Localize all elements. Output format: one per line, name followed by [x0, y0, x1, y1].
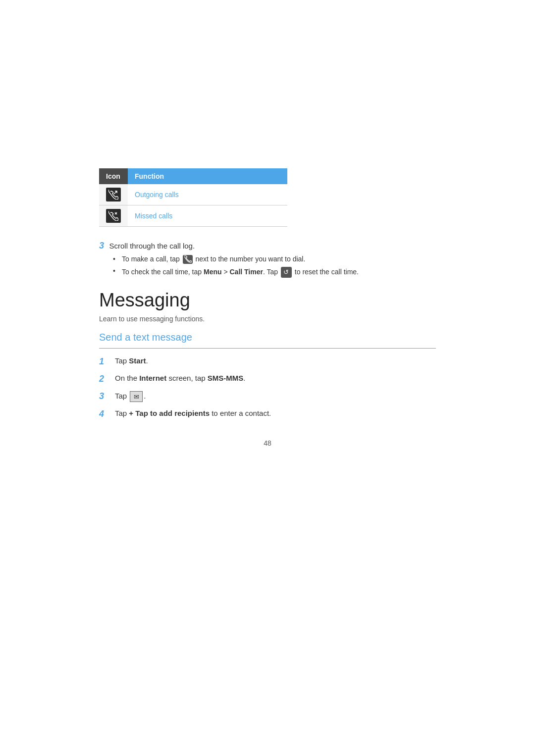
bullet-2-text-after: to reset the call time.: [295, 268, 359, 276]
table-row: Missed calls: [99, 205, 287, 227]
table-row: Outgoing calls: [99, 184, 287, 205]
outgoing-call-icon: [106, 188, 121, 202]
tap-add-recipients-bold: + Tap to add recipients: [129, 409, 210, 417]
msg-step-1-number: 1: [99, 356, 111, 367]
bullet-2-separator: >: [222, 268, 230, 276]
missed-calls-label: Missed calls: [128, 205, 287, 227]
messaging-heading: Messaging: [99, 290, 436, 311]
bullet-item-1: To make a call, tap next to the number y…: [113, 255, 436, 264]
bullet-1-text-before: To make a call, tap: [122, 255, 182, 263]
call-log-table: Icon Function Outgo: [99, 168, 287, 227]
msg-step-2-number: 2: [99, 374, 111, 384]
msg-step-3-number: 3: [99, 391, 111, 402]
reset-icon: ↺: [281, 267, 292, 278]
msg-step-2: 2 On the Internet screen, tap SMS-MMS.: [99, 374, 436, 384]
outgoing-icon-cell: [99, 184, 128, 205]
msg-step-3-text: Tap ✉.: [115, 391, 146, 402]
bullet-1-text-after: next to the number you want to dial.: [196, 255, 306, 263]
start-bold: Start: [129, 356, 146, 365]
bullet-2-tap: . Tap: [263, 268, 280, 276]
msg-step-1: 1 Tap Start.: [99, 356, 436, 367]
call-timer-bold: Call Timer: [230, 268, 263, 276]
phone-call-icon: [183, 255, 193, 264]
msg-step-4-number: 4: [99, 409, 111, 419]
section-divider: [99, 348, 436, 349]
missed-icon-cell: [99, 205, 128, 227]
sms-mms-bold: SMS-MMS: [208, 374, 244, 382]
missed-call-icon: [106, 209, 121, 223]
bullet-item-2: To check the call time, tap Menu > Call …: [113, 267, 436, 278]
messaging-subtitle: Learn to use messaging functions.: [99, 315, 436, 323]
page-container: Icon Function Outgo: [0, 0, 535, 756]
msg-step-1-text: Tap Start.: [115, 356, 148, 365]
msg-step-4: 4 Tap + Tap to add recipients to enter a…: [99, 409, 436, 419]
menu-bold: Menu: [204, 268, 222, 276]
function-column-header: Function: [128, 168, 287, 184]
page-number: 48: [99, 439, 436, 447]
step-3-text: Scroll through the call log.: [109, 242, 195, 250]
step-3-scroll-section: 3 Scroll through the call log. To make a…: [99, 241, 436, 278]
messaging-section: Messaging Learn to use messaging functio…: [99, 290, 436, 419]
bullet-2-text-before: To check the call time, tap: [122, 268, 204, 276]
compose-icon: ✉: [130, 391, 143, 402]
step-3-number: 3: [99, 241, 104, 251]
outgoing-calls-label: Outgoing calls: [128, 184, 287, 205]
send-text-message-heading: Send a text message: [99, 332, 436, 343]
internet-bold: Internet: [139, 374, 166, 382]
bullet-list: To make a call, tap next to the number y…: [113, 255, 436, 278]
icon-column-header: Icon: [99, 168, 128, 184]
msg-step-3: 3 Tap ✉.: [99, 391, 436, 402]
msg-step-2-text: On the Internet screen, tap SMS-MMS.: [115, 374, 245, 382]
svg-line-0: [114, 191, 117, 194]
msg-step-4-text: Tap + Tap to add recipients to enter a c…: [115, 409, 271, 417]
content-area: Icon Function Outgo: [99, 0, 436, 447]
